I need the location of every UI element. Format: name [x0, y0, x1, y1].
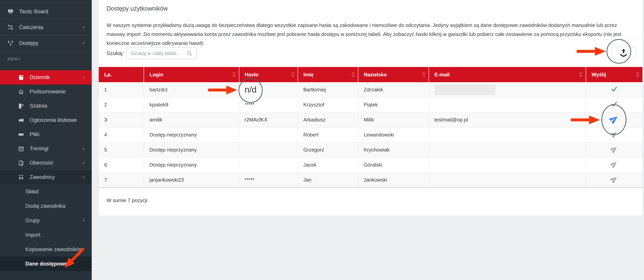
sidebar-zawodnicy-sublist: SkładDodaj zawodnikaGrupyImportKopiowani… — [0, 184, 92, 280]
sidebar-item-label: Ogłoszenia klubowe — [30, 117, 77, 123]
sidebar-item-dostepy[interactable]: Dostępy — [0, 35, 92, 51]
sidebar-section-label: MENU — [0, 51, 92, 67]
cell-last_name: Krychowiak — [358, 142, 429, 157]
sort-icon[interactable] — [291, 72, 294, 78]
sidebar-item-cwiczenia[interactable]: Ćwiczenia — [0, 20, 92, 35]
cell-first_name: Arkadiusz — [298, 112, 358, 127]
cell-login: Dostęp nieprzyznany — [144, 157, 239, 172]
door-icon — [18, 103, 24, 109]
column-header-email[interactable]: E-mail — [429, 67, 586, 82]
send-paper-plane-icon[interactable] — [609, 144, 620, 154]
send-paper-plane-icon[interactable] — [609, 129, 620, 139]
sidebar-item-grupy[interactable]: Grupy — [0, 213, 92, 228]
cell-login: janjankowski23 — [144, 172, 239, 187]
column-header-last_name[interactable]: Nazwisko — [358, 67, 429, 82]
sidebar-item-podsumowanie[interactable]: Podsumowanie — [0, 85, 92, 99]
cell-password[interactable]: n/d — [239, 82, 298, 97]
tactic-board-icon — [8, 9, 14, 15]
column-header-first_name[interactable]: Imię — [298, 67, 358, 82]
sidebar-item-ogloszenia-klubowe[interactable]: Ogłoszenia klubowe — [0, 113, 92, 127]
exercises-icon — [8, 24, 14, 31]
page-title: Dostępy użytkowników — [106, 5, 635, 12]
cell-login: amilik — [144, 112, 239, 127]
sidebar-item-pliki[interactable]: Pliki — [0, 127, 92, 142]
sidebar-item-tactic-board[interactable]: Tactic Board — [0, 4, 92, 20]
column-label: E-mail — [434, 72, 450, 78]
chevron-right-icon — [82, 41, 86, 45]
sort-icon[interactable] — [422, 72, 426, 78]
sidebar-item-label: Kopiowanie zawodników — [25, 246, 83, 252]
cell-last_name: Lewandowski — [358, 127, 429, 142]
home-icon — [18, 89, 24, 95]
cell-last_name: Milik — [358, 112, 429, 127]
journal-icon — [18, 74, 24, 81]
sidebar-item-dane-dostepowe[interactable]: Dane dostępowe — [0, 256, 92, 271]
sidebar-item-sklad[interactable]: Skład — [0, 184, 92, 199]
drive-icon — [18, 131, 24, 138]
send-paper-plane-icon[interactable] — [608, 112, 621, 126]
column-label: Imię — [304, 72, 314, 78]
sidebar-item-obecnosc[interactable]: Obecność — [0, 156, 92, 170]
cell-lp: 1 — [99, 82, 144, 97]
search-input[interactable] — [126, 48, 197, 59]
column-header-send[interactable]: Wyślij — [586, 67, 642, 82]
chevron-right-icon — [82, 218, 86, 223]
sidebar-partial-top-item — [0, 0, 92, 4]
cell-email — [429, 172, 586, 187]
sidebar-item-szatnia[interactable]: Szatnia — [0, 99, 92, 113]
access-table: Lp.LoginHasłoImięNazwiskoE-mailWyślij 1b… — [99, 67, 642, 188]
table-summary: W sumie 7 pozycji — [99, 188, 642, 213]
sidebar-item-kopiowanie-zawodnikow[interactable]: Kopiowanie zawodników — [0, 242, 92, 256]
cell-login: Dostęp nieprzyznany — [144, 142, 239, 157]
cell-login: bartzdrz — [144, 82, 239, 97]
sent-check-icon — [611, 101, 618, 108]
sidebar: Tactic BoardĆwiczeniaDostępy MENU Dzienn… — [0, 0, 92, 280]
cell-last_name: Jankowski — [358, 172, 429, 187]
sidebar-item-dodaj-zawodnika[interactable]: Dodaj zawodnika — [0, 199, 92, 213]
column-label: Login — [150, 72, 163, 78]
sidebar-item-label: Dziennik — [30, 74, 50, 80]
cell-first_name: Grzegorz — [298, 142, 358, 157]
sidebar-item-label: Skład — [25, 189, 39, 195]
people-icon — [18, 174, 24, 180]
send-paper-plane-icon[interactable] — [609, 159, 620, 169]
table-row: 1bartzdrzn/dBartłomiejZdrzałek — [99, 82, 642, 97]
cell-send — [586, 142, 642, 157]
sidebar-item-label: Szatnia — [30, 103, 47, 109]
cell-first_name: Krzysztof — [298, 97, 358, 112]
cell-first_name: Robert — [298, 127, 358, 142]
cell-email — [429, 82, 586, 97]
table-body: 1bartzdrzn/dBartłomiejZdrzałek2kpiatek9*… — [99, 82, 642, 187]
cell-password[interactable]: ***** — [239, 172, 298, 187]
sidebar-item-zawodnicy[interactable]: Zawodnicy — [0, 170, 92, 184]
page-header: Dostępy użytkowników W naszym systemie p… — [99, 0, 642, 40]
chevron-down-icon — [82, 75, 86, 80]
cell-lp: 7 — [99, 172, 144, 187]
sidebar-item-label: Zawodnicy — [30, 174, 55, 180]
cell-password[interactable]: ***** — [239, 97, 298, 112]
cell-email — [429, 142, 586, 157]
sort-icon[interactable] — [636, 72, 639, 78]
cell-lp: 4 — [99, 127, 144, 142]
export-button[interactable] — [612, 47, 636, 59]
doc-check-icon — [18, 160, 24, 166]
sidebar-item-label: Dodaj zawodnika — [25, 203, 66, 209]
cell-lp: 6 — [99, 157, 144, 172]
column-header-password[interactable]: Hasło — [239, 67, 298, 82]
cell-password[interactable]: r2MAcfKX — [239, 112, 298, 127]
cell-email — [429, 157, 586, 172]
sidebar-item-treningi[interactable]: 31Treningi — [0, 142, 92, 156]
sort-icon[interactable] — [352, 72, 355, 78]
send-paper-plane-icon[interactable] — [609, 174, 620, 184]
column-label: Nazwisko — [364, 72, 387, 78]
cell-lp: 5 — [99, 142, 144, 157]
sidebar-item-dziennik[interactable]: Dziennik — [0, 70, 92, 85]
cell-login: kpiatek9 — [144, 97, 239, 112]
sort-icon[interactable] — [579, 72, 582, 78]
sort-icon[interactable] — [232, 72, 236, 78]
column-header-login[interactable]: Login — [144, 67, 239, 82]
sidebar-item-label: Treningi — [30, 146, 48, 152]
sidebar-item-import[interactable]: Import — [0, 228, 92, 242]
search-label: Szukaj: — [106, 50, 124, 57]
chevron-down-icon — [82, 175, 86, 179]
